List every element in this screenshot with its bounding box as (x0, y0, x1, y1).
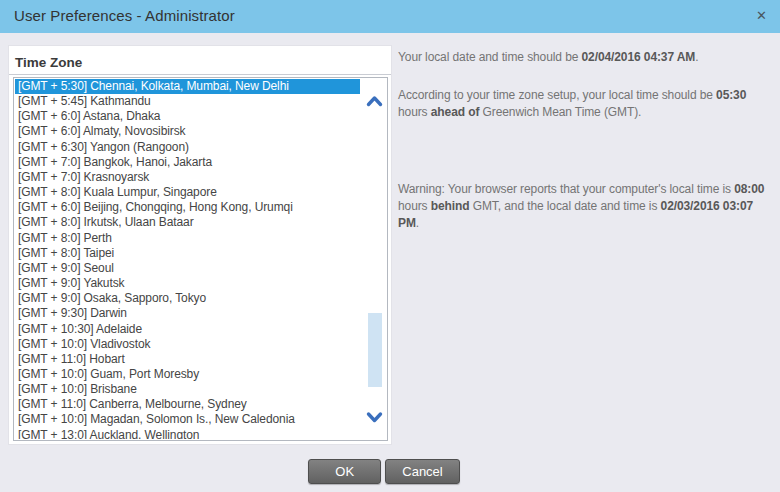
timezone-option[interactable]: [GMT + 6:0] Beijing, Chongqing, Hong Kon… (15, 200, 360, 215)
dialog-titlebar: User Preferences - Administrator ✕ (0, 0, 780, 33)
timezone-option[interactable]: [GMT + 9:30] Darwin (15, 306, 360, 321)
timezone-option[interactable]: [GMT + 9:0] Osaka, Sapporo, Tokyo (15, 291, 360, 306)
cancel-button[interactable]: Cancel (385, 459, 459, 484)
scroll-up-icon[interactable] (366, 94, 383, 107)
timezone-section-title: Time Zone (9, 46, 391, 75)
timezone-listbox[interactable]: [GMT + 5:30] Chennai, Kolkata, Mumbai, N… (13, 77, 388, 441)
timezone-option[interactable]: [GMT + 11:0] Canberra, Melbourne, Sydney (15, 397, 360, 412)
close-icon[interactable]: ✕ (756, 8, 767, 24)
scrollbar-thumb[interactable] (368, 313, 382, 387)
timezone-option[interactable]: [GMT + 5:30] Chennai, Kolkata, Mumbai, N… (15, 79, 360, 94)
dialog-title: User Preferences - Administrator (14, 7, 235, 24)
timezone-option[interactable]: [GMT + 6:0] Almaty, Novosibirsk (15, 124, 360, 139)
local-time-statement: Your local date and time should be 02/04… (398, 49, 774, 66)
timezone-option[interactable]: [GMT + 10:0] Brisbane (15, 382, 360, 397)
browser-time-warning: Warning: Your browser reports that your … (398, 181, 774, 232)
scroll-down-icon[interactable] (366, 410, 383, 423)
timezone-option[interactable]: [GMT + 6:0] Astana, Dhaka (15, 109, 360, 124)
ok-button[interactable]: OK (308, 459, 381, 484)
timezone-option[interactable]: [GMT + 8:0] Irkutsk, Ulaan Bataar (15, 215, 360, 230)
timezone-info-panel: Your local date and time should be 02/04… (398, 49, 774, 253)
timezone-option[interactable]: [GMT + 10:0] Magadan, Solomon Is., New C… (15, 412, 360, 427)
timezone-option[interactable]: [GMT + 7:0] Krasnoyarsk (15, 170, 360, 185)
timezone-offset-statement: According to your time zone setup, your … (398, 87, 774, 121)
timezone-option[interactable]: [GMT + 9:0] Seoul (15, 261, 360, 276)
dialog-button-bar: OK Cancel (0, 459, 768, 484)
timezone-option[interactable]: [GMT + 10:30] Adelaide (15, 322, 360, 337)
timezone-option[interactable]: [GMT + 8:0] Perth (15, 231, 360, 246)
timezone-option[interactable]: [GMT + 8:0] Taipei (15, 246, 360, 261)
timezone-option[interactable]: [GMT + 8:0] Kuala Lumpur, Singapore (15, 185, 360, 200)
timezone-options: [GMT + 5:30] Chennai, Kolkata, Mumbai, N… (15, 79, 360, 439)
timezone-option[interactable]: [GMT + 11:0] Hobart (15, 352, 360, 367)
timezone-option[interactable]: [GMT + 10:0] Vladivostok (15, 337, 360, 352)
timezone-section: Time Zone [GMT + 5:30] Chennai, Kolkata,… (8, 45, 392, 445)
timezone-option[interactable]: [GMT + 13:0] Auckland, Wellington (15, 428, 360, 439)
timezone-option[interactable]: [GMT + 7:0] Bangkok, Hanoi, Jakarta (15, 155, 360, 170)
timezone-option[interactable]: [GMT + 9:0] Yakutsk (15, 276, 360, 291)
timezone-option[interactable]: [GMT + 6:30] Yangon (Rangoon) (15, 140, 360, 155)
timezone-option[interactable]: [GMT + 5:45] Kathmandu (15, 94, 360, 109)
timezone-option[interactable]: [GMT + 10:0] Guam, Port Moresby (15, 367, 360, 382)
